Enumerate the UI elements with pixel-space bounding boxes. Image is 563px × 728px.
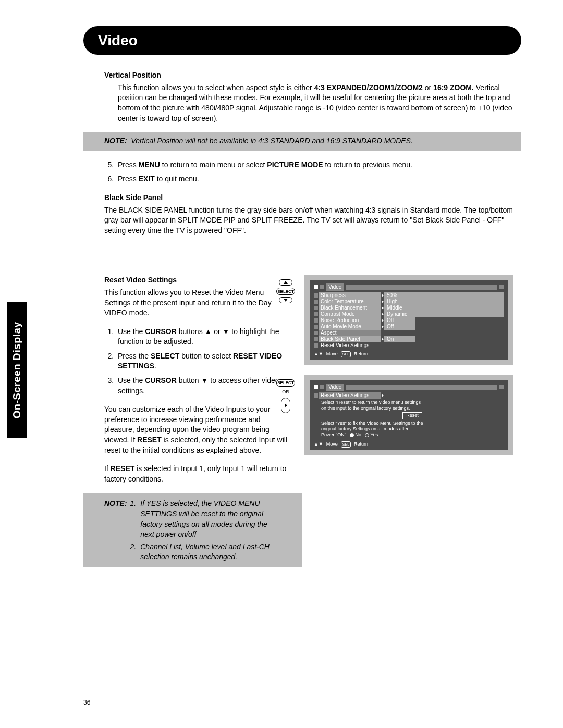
steps-5-6: Press MENU to return to main menu or sel… bbox=[104, 160, 521, 184]
osd2-title: Video bbox=[326, 384, 344, 391]
radio-no-icon bbox=[350, 433, 354, 437]
radio-yes-icon bbox=[365, 433, 369, 437]
reset-steps: Use the CURSOR buttons ▲ or ▼ to highlig… bbox=[104, 327, 292, 397]
or-label: OR bbox=[273, 389, 298, 396]
down-button-icon bbox=[279, 297, 292, 303]
osd1-remote-controls: SELECT bbox=[273, 277, 298, 305]
reset-para-4: You can customize each of the Video Inpu… bbox=[104, 404, 292, 455]
reset-step-2: Press the SELECT button to select RESET … bbox=[116, 351, 292, 372]
reset-step-3: Use the CURSOR button ▼ to access other … bbox=[116, 376, 292, 396]
section-title: Video bbox=[98, 32, 138, 48]
osd2-subtitle: Reset Video Settings bbox=[319, 392, 382, 399]
osd1-title: Video bbox=[326, 283, 344, 291]
osd-screenshot-1: SELECT Video Sharpness50% Color Temperat… bbox=[304, 275, 513, 365]
select-button-icon: SELECT bbox=[276, 379, 295, 387]
step-6: Press EXIT to quit menu. bbox=[116, 174, 521, 184]
osd2-remote-controls: SELECT OR bbox=[273, 377, 298, 415]
right-button-icon bbox=[281, 398, 290, 413]
page-number: 36 bbox=[83, 698, 90, 707]
reset-video-heading: Reset Video Settings bbox=[104, 275, 292, 286]
note-box-2: NOTE: 1.If YES is selected, the VIDEO ME… bbox=[83, 493, 302, 567]
side-tab-label: On-Screen Display bbox=[9, 322, 24, 418]
step-5: Press MENU to return to main menu or sel… bbox=[116, 160, 521, 170]
side-tab: On-Screen Display bbox=[7, 302, 27, 438]
black-side-panel-heading: Black Side Panel bbox=[104, 193, 521, 203]
osd1-menu-rows: Sharpness50% Color TemperatureHigh Black… bbox=[314, 292, 504, 349]
up-button-icon bbox=[279, 279, 292, 286]
osd1-nav-hint: ▲▼Move SELReturn bbox=[314, 351, 504, 357]
reset-para-5: If RESET is selected in Input 1, only In… bbox=[104, 464, 292, 484]
osd-screenshot-2: SELECT OR Video Reset Video Settings Sel… bbox=[304, 375, 513, 455]
osd2-nav-hint: ▲▼Move SELReturn bbox=[314, 441, 504, 448]
reset-video-intro: This function allows you to Reset the Vi… bbox=[104, 288, 292, 318]
reset-step-1: Use the CURSOR buttons ▲ or ▼ to highlig… bbox=[116, 327, 292, 347]
select-button-icon: SELECT bbox=[276, 288, 295, 295]
vertical-position-heading: Vertical Position bbox=[104, 70, 521, 81]
note-box-1: NOTE: Vertical Position will not be avai… bbox=[83, 132, 521, 151]
section-title-pill: Video bbox=[83, 26, 521, 55]
reset-button: Reset bbox=[402, 412, 422, 419]
vertical-position-body: This function allows you to select when … bbox=[104, 83, 521, 124]
black-side-panel-body: The BLACK SIDE PANEL function turns the … bbox=[104, 205, 521, 236]
osd2-body: Select "Reset" to return the video menu … bbox=[314, 399, 504, 439]
